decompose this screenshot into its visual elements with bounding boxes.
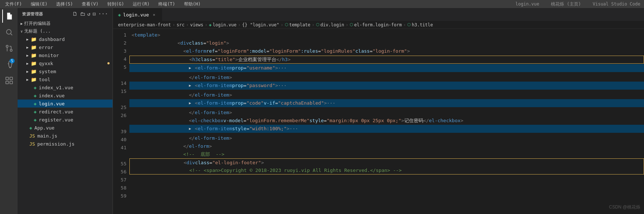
sidebar-item-login[interactable]: ◈ login.vue	[18, 100, 113, 108]
sidebar-title: 资源管理器 🗋 🗀 ↺ ⊟ ···	[18, 8, 113, 20]
folder-icon: 📁	[31, 53, 37, 58]
menu-terminal[interactable]: 终端(T)	[157, 1, 177, 7]
activity-extensions-icon[interactable]	[2, 74, 15, 87]
monitor-chevron: ▶	[26, 53, 29, 57]
sidebar-item-dashboard[interactable]: ▶ 📁 dashboard	[18, 35, 113, 43]
code-line-57: <!-- 底部 -->	[129, 150, 644, 158]
sidebar-item-system[interactable]: ▶ 📁 system	[18, 67, 113, 75]
vue-icon: ◈	[34, 117, 37, 123]
vue-icon: ◈	[34, 101, 37, 106]
breadcrumb-src[interactable]: src	[177, 22, 185, 27]
folder-icon: 📁	[31, 77, 37, 82]
more-icon[interactable]: ···	[98, 11, 108, 17]
code-line-1: <template>	[129, 31, 644, 39]
activity-files-icon[interactable]	[2, 10, 15, 23]
root-chevron: ∨	[21, 29, 23, 33]
menu-edit[interactable]: 编辑(E)	[29, 1, 49, 7]
open-editors-label: 打开的编辑器	[24, 20, 51, 27]
debug-notification-badge: 5	[10, 59, 15, 63]
code-line-58: <div class="el-login-footer">	[129, 158, 644, 166]
activity-bar: 5	[0, 8, 18, 214]
sidebar-item-app[interactable]: ◈ App.vue	[18, 124, 113, 132]
menu-view[interactable]: 查看(V)	[80, 1, 100, 7]
tab-bar: ◈ login.vue ×	[113, 8, 644, 21]
breadcrumb-file[interactable]: ◈ login.vue	[209, 22, 236, 27]
refresh-icon[interactable]: ↺	[87, 11, 91, 17]
sidebar-item-permission[interactable]: JS permission.js	[18, 140, 113, 148]
breadcrumb-scope[interactable]: {} "login.vue"	[242, 22, 279, 27]
svg-rect-7	[10, 81, 12, 84]
sidebar-item-error[interactable]: ▶ 📁 error	[18, 43, 113, 51]
breadcrumb-root[interactable]: enterprise-man-front	[118, 22, 171, 27]
code-container: 1 2 3 4 5 14 15 25 26 39 40 41 55	[113, 29, 644, 214]
folder-icon: 📁	[31, 61, 37, 66]
sidebar-item-index-v1[interactable]: ◈ index_v1.vue	[18, 83, 113, 91]
svg-rect-6	[10, 77, 12, 80]
qyxxk-chevron: ▶	[26, 61, 29, 65]
tab-login-vue[interactable]: ◈ login.vue ×	[113, 8, 162, 21]
app-label: Visual Studio Code	[593, 1, 640, 7]
vue-icon: ◈	[34, 109, 37, 114]
js-icon: JS	[29, 141, 35, 147]
sidebar: 资源管理器 🗋 🗀 ↺ ⊟ ··· ▶ 打开的编辑器 ∨ 无标题 (...	[18, 8, 113, 214]
open-editors-chevron: ▶	[21, 22, 23, 26]
code-line-14: </el-form-item>	[129, 74, 644, 82]
open-editors-section[interactable]: ▶ 打开的编辑器	[18, 20, 113, 27]
vue-icon: ◈	[34, 85, 37, 90]
folder-icon: 📁	[31, 37, 37, 42]
sidebar-item-qyxxk[interactable]: ▶ 📁 qyxxk	[18, 59, 113, 67]
line-numbers: 1 2 3 4 5 14 15 25 26 39 40 41 55	[113, 29, 129, 214]
code-editor[interactable]: <template> <div class="login"> <el-form …	[129, 29, 644, 214]
sidebar-item-main[interactable]: JS main.js	[18, 132, 113, 140]
activity-search-icon[interactable]	[2, 26, 15, 39]
breadcrumb-div-login[interactable]: ⬡ div.login	[316, 22, 344, 27]
breadcrumb-template[interactable]: ⬡ template	[285, 22, 310, 27]
svg-line-1	[11, 34, 12, 35]
svg-point-0	[7, 30, 11, 34]
code-line-15: ▶<el-form-item prop="password">···	[129, 82, 644, 90]
sidebar-item-redirect[interactable]: ◈ redirect.vue	[18, 108, 113, 116]
tab-label: login.vue	[123, 12, 149, 18]
remote-label: login.vue	[515, 1, 539, 7]
new-folder-icon[interactable]: 🗀	[80, 11, 85, 17]
code-line-59: <!-- <span>Copyright © 2018-2023 ruoyi.v…	[129, 166, 644, 174]
modified-dot	[107, 62, 110, 64]
menu-bar: 文件(F) 编辑(E) 选择(S) 查看(V) 转到(G) 运行(R) 终端(T…	[0, 0, 644, 8]
breadcrumb-views[interactable]: views	[190, 22, 203, 27]
code-line-26: ▶<el-form-item prop="code" v-if="captcha…	[129, 99, 644, 107]
folder-icon: 📁	[31, 45, 37, 50]
vue-icon: ◈	[34, 93, 37, 98]
svg-point-2	[10, 49, 12, 52]
svg-rect-8	[6, 81, 8, 84]
code-line-56: </el-form>	[129, 142, 644, 150]
collapse-icon[interactable]: ⊟	[93, 11, 96, 17]
sidebar-item-index[interactable]: ◈ index.vue	[18, 91, 113, 100]
new-file-icon[interactable]: 🗋	[72, 11, 78, 17]
tab-vue-icon: ◈	[118, 12, 121, 18]
code-line-55: </el-form-item>	[129, 134, 644, 142]
svg-rect-5	[6, 77, 8, 80]
menu-help[interactable]: 帮助(H)	[183, 1, 202, 7]
menu-select[interactable]: 选择(S)	[55, 1, 74, 7]
breadcrumb-elform[interactable]: ⬡ el-form.login-form	[350, 22, 402, 27]
sidebar-item-tool[interactable]: ▶ 📁 tool	[18, 75, 113, 83]
menu-run[interactable]: 运行(R)	[131, 1, 151, 7]
root-folder[interactable]: ∨ 无标题 (...	[18, 27, 113, 35]
folder-icon: 📁	[31, 69, 37, 74]
tab-close-button[interactable]: ×	[151, 12, 157, 18]
tool-chevron: ▶	[26, 78, 29, 82]
system-chevron: ▶	[26, 70, 29, 74]
code-line-25: </el-form-item>	[129, 91, 644, 99]
dashboard-chevron: ▶	[26, 37, 29, 41]
breadcrumb-h3[interactable]: ⬡ h3.title	[407, 22, 433, 27]
menu-goto[interactable]: 转到(G)	[106, 1, 126, 7]
sidebar-item-monitor[interactable]: ▶ 📁 monitor	[18, 51, 113, 59]
svg-point-3	[6, 45, 8, 48]
error-chevron: ▶	[26, 45, 29, 49]
js-icon: JS	[29, 133, 35, 139]
activity-git-icon[interactable]	[2, 42, 15, 55]
code-line-2: <div class="login">	[129, 39, 644, 47]
sidebar-item-register[interactable]: ◈ register.vue	[18, 116, 113, 124]
code-line-3: <el-form ref="loginForm" :model="loginFo…	[129, 47, 644, 55]
menu-file[interactable]: 文件(F)	[4, 1, 23, 7]
